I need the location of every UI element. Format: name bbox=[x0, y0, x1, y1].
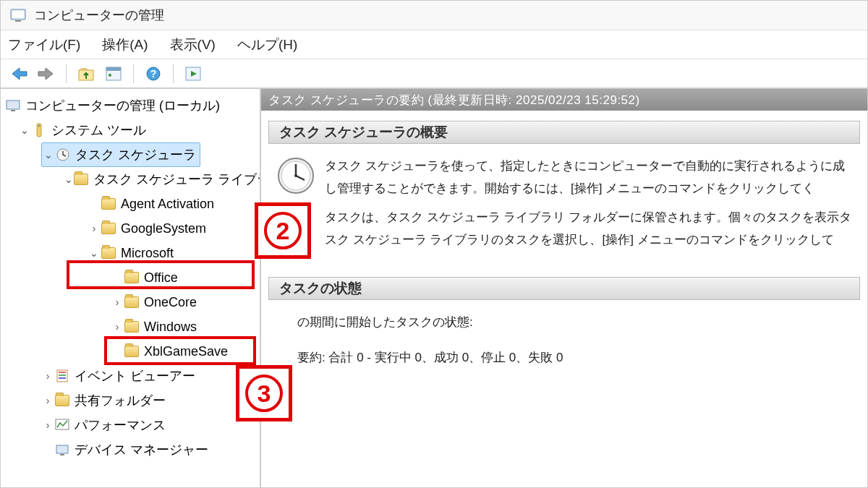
back-button[interactable] bbox=[8, 63, 30, 85]
expand-icon[interactable]: ⌄ bbox=[64, 174, 73, 185]
overview-text: タスク スケジューラを使って、指定したときにコンピューターで自動的に実行されるよ… bbox=[325, 155, 853, 251]
tree-label: 共有フォルダー bbox=[75, 392, 166, 409]
tree-label: コンピューターの管理 (ローカル) bbox=[25, 97, 220, 114]
event-viewer-icon bbox=[54, 368, 70, 384]
status-text-1: の期間に開始したタスクの状態: bbox=[297, 312, 853, 334]
tree-label: パフォーマンス bbox=[75, 416, 166, 434]
menubar: ファイル(F) 操作(A) 表示(V) ヘルプ(H) bbox=[1, 30, 867, 59]
tree-performance[interactable]: › パフォーマンス bbox=[1, 413, 260, 437]
svg-rect-10 bbox=[7, 100, 20, 109]
tree-label: Windows bbox=[144, 320, 197, 335]
expand-placeholder bbox=[111, 272, 124, 283]
svg-rect-18 bbox=[59, 377, 66, 379]
performance-icon bbox=[54, 417, 70, 433]
computer-icon bbox=[5, 98, 21, 114]
svg-rect-17 bbox=[59, 374, 66, 376]
folder-icon bbox=[101, 245, 116, 261]
expand-icon[interactable]: › bbox=[41, 419, 54, 431]
tree-task-scheduler-library[interactable]: ⌄ タスク スケジューラ ライブラリ bbox=[1, 167, 260, 192]
tools-icon bbox=[31, 122, 47, 138]
tree-label: GoogleSystem bbox=[121, 221, 206, 236]
expand-icon[interactable]: ⌄ bbox=[88, 247, 101, 259]
svg-rect-2 bbox=[12, 11, 24, 18]
svg-rect-21 bbox=[60, 454, 64, 455]
summary-header: タスク スケジューラの要約 (最終更新日時: 2025/02/23 15:29:… bbox=[261, 89, 867, 111]
expand-icon[interactable]: ⌄ bbox=[42, 149, 55, 160]
up-button[interactable] bbox=[75, 63, 97, 85]
clock-icon bbox=[55, 147, 71, 163]
device-manager-icon bbox=[54, 442, 70, 458]
toolbar-separator bbox=[133, 64, 134, 83]
svg-rect-16 bbox=[59, 372, 66, 373]
tree-task-scheduler[interactable]: ⌄ タスク スケジューラ bbox=[41, 142, 200, 167]
overview-section: タスク スケジューラの概要 タスク スケジューラを使って、指定したときにコンピュ… bbox=[268, 121, 860, 258]
expand-icon[interactable]: › bbox=[88, 223, 101, 234]
menu-view[interactable]: 表示(V) bbox=[170, 35, 216, 54]
folder-icon bbox=[124, 294, 140, 310]
tree-onecore[interactable]: › OneCore bbox=[1, 290, 260, 314]
expand-placeholder bbox=[111, 346, 124, 357]
expand-placeholder bbox=[88, 198, 101, 210]
expand-icon[interactable]: › bbox=[41, 395, 54, 406]
run-button[interactable] bbox=[182, 63, 204, 85]
tree-label: Microsoft bbox=[121, 246, 174, 261]
expand-placeholder bbox=[41, 444, 54, 455]
svg-rect-5 bbox=[106, 67, 121, 71]
menu-file[interactable]: ファイル(F) bbox=[8, 35, 80, 54]
expand-icon[interactable]: › bbox=[41, 370, 54, 382]
tree-event-viewer[interactable]: › イベント ビューアー bbox=[1, 364, 260, 388]
svg-text:?: ? bbox=[150, 68, 157, 80]
tree-shared-folders[interactable]: › 共有フォルダー bbox=[1, 388, 260, 413]
tree-label: Agent Activation bbox=[121, 197, 214, 212]
svg-point-6 bbox=[109, 74, 111, 77]
tree-label: デバイス マネージャー bbox=[75, 441, 208, 458]
overview-line-1: タスク スケジューラを使って、指定したときにコンピューターで自動的に実行されるよ… bbox=[325, 155, 853, 200]
tree-xblgamesave[interactable]: XblGameSave bbox=[1, 339, 260, 364]
svg-rect-20 bbox=[56, 445, 68, 453]
menu-help[interactable]: ヘルプ(H) bbox=[237, 35, 297, 54]
shared-folder-icon bbox=[54, 393, 70, 408]
tree-label: タスク スケジューラ bbox=[75, 146, 196, 163]
tree-windows[interactable]: › Windows bbox=[1, 314, 260, 339]
expand-icon[interactable]: › bbox=[111, 321, 124, 333]
status-section: タスクの状態 の期間に開始したタスクの状態: 要約: 合計 0 - 実行中 0、… bbox=[268, 277, 860, 376]
tree-label: システム ツール bbox=[51, 121, 146, 139]
tree-device-manager[interactable]: デバイス マネージャー bbox=[1, 437, 260, 462]
tree-system-tools[interactable]: ⌄ システム ツール bbox=[1, 118, 260, 142]
clock-large-icon bbox=[276, 155, 316, 196]
forward-button[interactable] bbox=[35, 63, 57, 85]
tree-office[interactable]: Office bbox=[1, 265, 260, 290]
tree-label: イベント ビューアー bbox=[75, 367, 195, 385]
help-button[interactable]: ? bbox=[142, 63, 164, 85]
tree-label: XblGameSave bbox=[144, 344, 228, 359]
tree-label: Office bbox=[144, 270, 178, 286]
toolbar-separator bbox=[173, 64, 174, 83]
svg-point-24 bbox=[294, 174, 297, 177]
tree-pane[interactable]: コンピューターの管理 (ローカル) ⌄ システム ツール ⌄ タスク スケジュー… bbox=[1, 89, 261, 487]
properties-button[interactable] bbox=[103, 63, 124, 85]
svg-point-13 bbox=[38, 125, 41, 127]
window-title: コンピューターの管理 bbox=[34, 7, 164, 24]
main-area: コンピューターの管理 (ローカル) ⌄ システム ツール ⌄ タスク スケジュー… bbox=[1, 89, 867, 487]
folder-icon bbox=[101, 221, 116, 236]
folder-icon bbox=[124, 319, 140, 335]
tree-microsoft[interactable]: ⌄ Microsoft bbox=[1, 241, 260, 265]
toolbar-separator bbox=[66, 64, 67, 83]
app-icon bbox=[9, 7, 27, 24]
tree-label: OneCore bbox=[144, 295, 197, 310]
overview-line-2: タスクは、タスク スケジューラ ライブラリ フォルダーに保管されます。個々のタス… bbox=[325, 207, 853, 251]
status-title: タスクの状態 bbox=[268, 277, 860, 300]
overview-title: タスク スケジューラの概要 bbox=[268, 121, 860, 144]
tree-google-system[interactable]: › GoogleSystem bbox=[1, 216, 260, 241]
toolbar: ? bbox=[1, 59, 867, 89]
tree-root[interactable]: コンピューターの管理 (ローカル) bbox=[1, 93, 260, 118]
titlebar: コンピューターの管理 bbox=[1, 1, 867, 30]
menu-action[interactable]: 操作(A) bbox=[102, 35, 148, 54]
folder-icon bbox=[101, 196, 116, 212]
expand-icon[interactable]: ⌄ bbox=[18, 124, 31, 136]
folder-icon bbox=[124, 343, 140, 359]
expand-icon[interactable]: › bbox=[111, 296, 124, 308]
tree-label: タスク スケジューラ ライブラリ bbox=[93, 171, 261, 188]
content-pane: タスク スケジューラの要約 (最終更新日時: 2025/02/23 15:29:… bbox=[261, 89, 867, 487]
tree-agent-activation[interactable]: Agent Activation bbox=[1, 192, 260, 216]
